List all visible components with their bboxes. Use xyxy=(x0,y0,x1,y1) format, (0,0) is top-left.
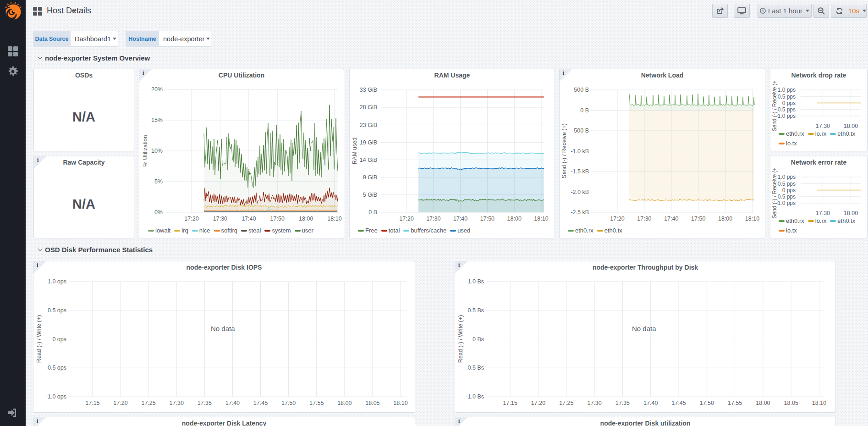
svg-text:9 GiB: 9 GiB xyxy=(363,174,377,181)
svg-text:33 GiB: 33 GiB xyxy=(360,87,377,93)
svg-text:500 B: 500 B xyxy=(574,87,589,93)
svg-text:17:40: 17:40 xyxy=(453,216,467,222)
svg-text:18:10: 18:10 xyxy=(393,400,407,406)
svg-text:17:20: 17:20 xyxy=(113,400,127,406)
svg-text:17:30: 17:30 xyxy=(816,210,830,216)
svg-text:18:10: 18:10 xyxy=(812,400,826,406)
svg-text:17:55: 17:55 xyxy=(309,400,324,406)
svg-text:17:40: 17:40 xyxy=(664,216,678,222)
svg-text:18:00: 18:00 xyxy=(299,216,313,222)
svg-text:-1.0 ops: -1.0 ops xyxy=(46,393,66,400)
svg-text:17:30: 17:30 xyxy=(816,123,830,129)
svg-text:17:20: 17:20 xyxy=(399,216,413,222)
svg-text:0.5 ops: 0.5 ops xyxy=(48,307,66,314)
svg-text:0 B: 0 B xyxy=(580,107,589,114)
svg-text:17:20: 17:20 xyxy=(610,216,624,222)
svg-text:18:00: 18:00 xyxy=(718,216,732,222)
svg-text:0.5 pps: 0.5 pps xyxy=(778,94,796,100)
svg-text:17:45: 17:45 xyxy=(671,400,686,406)
svg-text:-1.0 pps: -1.0 pps xyxy=(776,113,796,119)
svg-text:1.0 pps: 1.0 pps xyxy=(778,87,796,93)
svg-text:1.0 ops: 1.0 ops xyxy=(48,278,66,285)
svg-text:17:30: 17:30 xyxy=(637,216,651,222)
svg-text:17:20: 17:20 xyxy=(184,216,198,222)
svg-text:18:00: 18:00 xyxy=(337,400,352,406)
svg-text:17:50: 17:50 xyxy=(480,216,494,222)
svg-text:5 GiB: 5 GiB xyxy=(363,192,377,198)
svg-text:15%: 15% xyxy=(151,117,163,123)
svg-text:18:10: 18:10 xyxy=(745,216,759,222)
svg-text:19 GiB: 19 GiB xyxy=(360,139,377,146)
svg-text:17:30: 17:30 xyxy=(170,400,184,406)
svg-text:0 Bs: 0 Bs xyxy=(472,336,484,343)
svg-text:RAM used: RAM used xyxy=(352,138,358,164)
svg-text:-2.5 kB: -2.5 kB xyxy=(571,209,589,216)
svg-text:18:00: 18:00 xyxy=(844,210,858,216)
svg-text:17:50: 17:50 xyxy=(270,216,285,222)
svg-text:17:50: 17:50 xyxy=(691,216,705,222)
svg-text:18:00: 18:00 xyxy=(756,400,770,406)
svg-text:-1.0 Bs: -1.0 Bs xyxy=(466,393,484,400)
svg-text:17:35: 17:35 xyxy=(615,400,630,406)
svg-text:-0.5 ops: -0.5 ops xyxy=(46,365,66,371)
svg-text:23 GiB: 23 GiB xyxy=(360,122,377,128)
svg-text:-1.0 kB: -1.0 kB xyxy=(571,148,589,155)
svg-text:17:35: 17:35 xyxy=(198,400,212,406)
svg-text:Send (-) / Receive (+: Send (-) / Receive (+ xyxy=(771,80,778,131)
svg-text:20%: 20% xyxy=(151,86,163,93)
svg-text:10%: 10% xyxy=(151,148,163,154)
svg-text:0.5 pps: 0.5 pps xyxy=(778,181,796,187)
svg-text:0 B: 0 B xyxy=(368,209,377,216)
svg-text:1.0 pps: 1.0 pps xyxy=(778,174,796,180)
svg-text:-500 B: -500 B xyxy=(572,127,589,134)
svg-text:1.0 Bs: 1.0 Bs xyxy=(468,278,484,285)
svg-text:0.5 Bs: 0.5 Bs xyxy=(468,307,484,314)
svg-text:5%: 5% xyxy=(154,178,163,185)
svg-text:18:00: 18:00 xyxy=(507,216,522,222)
svg-text:-1.0 pps: -1.0 pps xyxy=(776,200,796,206)
svg-text:17:25: 17:25 xyxy=(559,400,573,406)
svg-text:17:50: 17:50 xyxy=(281,400,296,406)
svg-text:17:15: 17:15 xyxy=(503,400,517,406)
svg-text:-0.5 pps: -0.5 pps xyxy=(776,106,796,113)
svg-text:0 pps: 0 pps xyxy=(782,100,796,106)
svg-text:17:15: 17:15 xyxy=(85,400,99,406)
svg-text:28 GiB: 28 GiB xyxy=(360,104,377,111)
svg-text:-0.5 pps: -0.5 pps xyxy=(776,194,796,200)
svg-text:0 ops: 0 ops xyxy=(52,336,66,343)
svg-text:18:00: 18:00 xyxy=(844,123,858,129)
svg-text:17:20: 17:20 xyxy=(531,400,545,406)
svg-text:18:05: 18:05 xyxy=(784,400,798,406)
svg-text:17:40: 17:40 xyxy=(643,400,658,406)
svg-text:18:05: 18:05 xyxy=(365,400,379,406)
svg-text:% Utilization: % Utilization xyxy=(142,135,148,167)
svg-text:0 pps: 0 pps xyxy=(782,187,796,194)
svg-text:Send (-) / Receive (+): Send (-) / Receive (+) xyxy=(561,123,567,178)
svg-text:18:10: 18:10 xyxy=(534,216,548,222)
svg-text:17:40: 17:40 xyxy=(242,216,256,222)
svg-text:-1.5 kB: -1.5 kB xyxy=(571,168,589,175)
svg-text:17:30: 17:30 xyxy=(587,400,601,406)
svg-text:Read (-) / Write (+): Read (-) / Write (+) xyxy=(457,315,464,363)
svg-text:17:25: 17:25 xyxy=(141,400,155,406)
svg-text:Read (-) / Write (+): Read (-) / Write (+) xyxy=(36,315,42,363)
svg-text:18:10: 18:10 xyxy=(327,216,341,222)
svg-text:17:30: 17:30 xyxy=(213,216,227,222)
svg-text:-2.0 kB: -2.0 kB xyxy=(571,189,589,195)
svg-text:17:55: 17:55 xyxy=(728,400,742,406)
svg-text:0%: 0% xyxy=(154,209,163,216)
svg-text:17:30: 17:30 xyxy=(426,216,440,222)
svg-text:17:40: 17:40 xyxy=(225,400,240,406)
svg-text:14 GiB: 14 GiB xyxy=(360,157,377,163)
svg-text:-0.5 Bs: -0.5 Bs xyxy=(466,365,484,371)
svg-text:Send (-) / Receive (+: Send (-) / Receive (+ xyxy=(771,167,778,218)
svg-text:17:45: 17:45 xyxy=(253,400,268,406)
svg-text:17:50: 17:50 xyxy=(700,400,714,406)
